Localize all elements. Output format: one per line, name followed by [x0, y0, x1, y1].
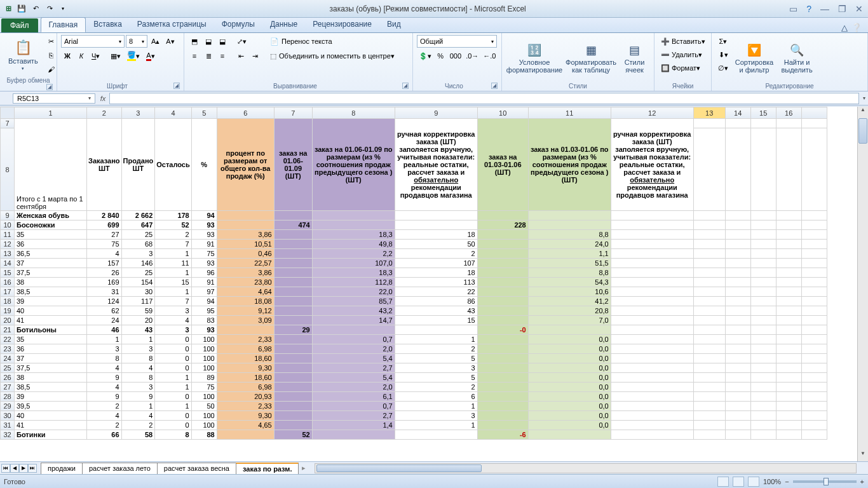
fill-icon[interactable]: ⬇▾ — [715, 48, 731, 61]
row-header[interactable]: 32 — [1, 430, 15, 440]
cell-styles-button[interactable]: ▤Стили ячеек — [619, 35, 650, 81]
col-header[interactable]: 13 — [693, 107, 725, 119]
clear-icon[interactable]: ∅▾ — [715, 62, 731, 74]
indent-decrease-icon[interactable]: ⇤ — [234, 50, 247, 62]
orientation-icon[interactable]: ⤢▾ — [234, 35, 249, 48]
percent-icon[interactable]: % — [434, 50, 447, 62]
save-icon[interactable]: 💾 — [15, 3, 28, 15]
fill-color-icon[interactable]: 🪣▾ — [125, 50, 142, 62]
row-header[interactable]: 24 — [1, 354, 15, 363]
paste-button[interactable]: 📋 Вставить ▾ — [4, 35, 43, 76]
increase-decimal-icon[interactable]: .0→ — [465, 50, 480, 62]
tab-Разметка страницы[interactable]: Разметка страницы — [130, 17, 214, 32]
tab-Рецензирование[interactable]: Рецензирование — [305, 17, 379, 32]
col-header[interactable]: 1 — [15, 107, 87, 119]
row-header[interactable]: 14 — [1, 259, 15, 268]
vertical-scrollbar[interactable]: ▲ ▼ — [857, 107, 868, 461]
ribbon-help-icon[interactable]: ❔ — [851, 23, 862, 32]
indent-increase-icon[interactable]: ⇥ — [248, 50, 261, 62]
col-header[interactable]: 5 — [191, 107, 217, 119]
qat-dropdown-icon[interactable]: ▾ — [57, 3, 69, 15]
sheet-next-icon[interactable]: ▶ — [19, 464, 28, 473]
row-header[interactable]: 8 — [1, 128, 15, 211]
col-header[interactable]: 11 — [528, 107, 611, 119]
col-header[interactable]: 7 — [274, 107, 312, 119]
sheet-tab-2[interactable]: расчет заказа весна — [157, 463, 236, 474]
minimize-ribbon-icon[interactable]: ▭ — [787, 4, 800, 14]
col-header[interactable]: 8 — [312, 107, 395, 119]
zoom-level[interactable]: 100% — [763, 478, 781, 485]
font-color-icon[interactable]: A▾ — [144, 50, 157, 62]
sheet-tab-0[interactable]: продажи — [41, 463, 83, 474]
sheet-first-icon[interactable]: ⏮ — [1, 464, 10, 473]
row-header[interactable]: 7 — [1, 119, 15, 128]
bold-button[interactable]: Ж — [61, 50, 74, 62]
wrap-text-button[interactable]: 📄 Перенос текста — [268, 35, 401, 48]
decrease-decimal-icon[interactable]: ←.0 — [482, 50, 498, 62]
align-top-icon[interactable]: ⬒ — [188, 35, 201, 48]
zoom-slider[interactable] — [793, 480, 857, 483]
clipboard-dialog-icon[interactable]: ◢ — [46, 84, 53, 90]
font-name-combo[interactable]: Arial▾ — [61, 35, 125, 48]
tab-Данные[interactable]: Данные — [262, 17, 305, 32]
align-center-icon[interactable]: ≣ — [202, 50, 215, 62]
view-layout-icon[interactable] — [733, 477, 744, 487]
row-header[interactable]: 10 — [1, 220, 15, 230]
tab-Вид[interactable]: Вид — [379, 17, 409, 32]
col-header[interactable]: 14 — [725, 107, 750, 119]
sheet-tab-3[interactable]: заказ по разм. — [236, 463, 299, 474]
currency-icon[interactable]: 💲▾ — [417, 50, 433, 62]
autosum-icon[interactable]: Σ▾ — [715, 35, 731, 48]
col-header[interactable]: 16 — [776, 107, 801, 119]
number-dialog-icon[interactable]: ◢ — [491, 83, 498, 89]
redo-icon[interactable]: ↷ — [43, 3, 56, 15]
col-header[interactable]: 2 — [87, 107, 122, 119]
close-icon[interactable]: ✕ — [853, 4, 865, 14]
delete-cells-button[interactable]: ➖ Удалить ▾ — [658, 48, 710, 61]
row-header[interactable]: 9 — [1, 211, 15, 220]
format-cells-button[interactable]: 🔲 Формат ▾ — [658, 62, 710, 74]
row-header[interactable]: 12 — [1, 240, 15, 249]
number-format-combo[interactable]: Общий▾ — [417, 35, 497, 48]
scroll-down-icon[interactable]: ▼ — [858, 451, 868, 461]
format-painter-icon[interactable]: 🖌 — [45, 63, 58, 76]
font-dialog-icon[interactable]: ◢ — [173, 83, 180, 89]
tab-scroll-icon[interactable]: ▸ — [298, 464, 309, 472]
row-header[interactable]: 26 — [1, 373, 15, 383]
view-normal-icon[interactable] — [717, 477, 729, 487]
grow-font-icon[interactable]: A▴ — [149, 35, 162, 48]
row-header[interactable]: 18 — [1, 297, 15, 306]
scroll-up-icon[interactable]: ▲ — [858, 107, 868, 118]
align-dialog-icon[interactable]: ◢ — [402, 83, 409, 89]
align-middle-icon[interactable]: ⬓ — [202, 35, 215, 48]
underline-button[interactable]: Ч▾ — [89, 50, 102, 62]
row-header[interactable]: 19 — [1, 306, 15, 316]
row-header[interactable]: 13 — [1, 249, 15, 259]
row-header[interactable]: 15 — [1, 268, 15, 278]
col-header[interactable]: 15 — [750, 107, 776, 119]
expand-fx-icon[interactable]: ▾ — [860, 95, 868, 101]
sheet-tab-1[interactable]: расчет заказа лето — [82, 463, 158, 474]
row-header[interactable]: 20 — [1, 316, 15, 325]
col-header[interactable]: 9 — [395, 107, 477, 119]
name-box[interactable]: R5C13▾ — [13, 93, 95, 104]
row-header[interactable]: 31 — [1, 421, 15, 430]
hscroll-thumb[interactable] — [316, 464, 482, 472]
file-tab[interactable]: Файл — [1, 18, 38, 32]
sort-filter-button[interactable]: 🔽Сортировка и фильтр — [733, 35, 775, 81]
row-header[interactable]: 11 — [1, 230, 15, 240]
zoom-in-icon[interactable]: + — [860, 478, 864, 485]
select-all[interactable] — [1, 107, 15, 119]
col-header[interactable]: 12 — [611, 107, 693, 119]
help-icon[interactable]: ? — [804, 4, 814, 14]
comma-icon[interactable]: 000 — [448, 50, 463, 62]
undo-icon[interactable]: ↶ — [29, 3, 42, 15]
row-header[interactable]: 27 — [1, 383, 15, 392]
ribbon-minimize-icon[interactable]: △ — [841, 23, 848, 32]
sheet-prev-icon[interactable]: ◀ — [10, 464, 19, 473]
cut-icon[interactable]: ✂ — [45, 35, 58, 48]
align-bottom-icon[interactable]: ⬓ — [216, 35, 229, 48]
insert-cells-button[interactable]: ➕ Вставить ▾ — [658, 35, 710, 48]
font-size-combo[interactable]: 8▾ — [126, 35, 147, 48]
format-as-table-button[interactable]: ▦Форматировать как таблицу — [566, 35, 616, 81]
